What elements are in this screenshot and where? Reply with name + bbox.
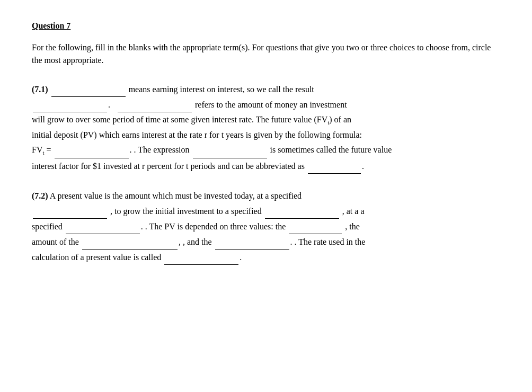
section-72-label: (7.2)	[32, 191, 48, 200]
section-71-text4: initial deposit (PV) which earns interes…	[32, 130, 362, 139]
blank-71-6[interactable]	[308, 158, 361, 174]
blank-71-3[interactable]	[118, 97, 192, 112]
section-71-text3: will grow to over some period of time at…	[32, 115, 351, 124]
section-71-label: (7.1)	[32, 85, 48, 94]
section-72-text8: , and the	[183, 237, 212, 246]
blank-72-6[interactable]	[215, 234, 289, 250]
section-72-text3: , at a	[342, 207, 359, 216]
blank-71-5[interactable]	[193, 143, 267, 158]
section-71-text6: is sometimes called the future value	[270, 145, 392, 154]
blank-72-5[interactable]	[82, 234, 178, 250]
intro-text: For the following, fill in the blanks wi…	[32, 41, 500, 67]
blank-71-1[interactable]	[51, 82, 126, 97]
section-72-text7: amount of the	[32, 237, 79, 246]
section-71-text2: refers to the amount of money an investm…	[195, 100, 347, 109]
section-71: (7.1) means earning interest on interest…	[32, 82, 500, 174]
section-72-text1: A present value is the amount which must…	[50, 191, 302, 200]
section-71-text1: means earning interest on interest, so w…	[129, 85, 314, 94]
section-72: (7.2) A present value is the amount whic…	[32, 189, 500, 265]
section-72-text10: calculation of a present value is called	[32, 253, 161, 262]
section-71-text7: interest factor for $1 invested at r per…	[32, 162, 305, 171]
blank-72-2[interactable]	[265, 203, 339, 219]
fv-label: FVt =	[32, 145, 51, 154]
section-72-text6: , the	[345, 222, 360, 231]
blank-72-1[interactable]	[33, 203, 107, 219]
blank-72-3[interactable]	[66, 219, 140, 234]
blank-71-4[interactable]	[55, 143, 129, 158]
section-72-text9: . The rate used in the	[295, 237, 366, 246]
section-72-text5: . The PV is depended on three values: th…	[145, 222, 286, 231]
section-72-text4: specified	[32, 222, 63, 231]
blank-72-4[interactable]	[289, 219, 342, 234]
blank-72-7[interactable]	[164, 250, 238, 265]
section-71-text5: . The expression	[134, 145, 190, 154]
blank-71-2[interactable]	[33, 97, 107, 112]
section-72-text2: , to grow the initial investment to a sp…	[110, 207, 262, 216]
question-title: Question 7	[32, 21, 500, 31]
